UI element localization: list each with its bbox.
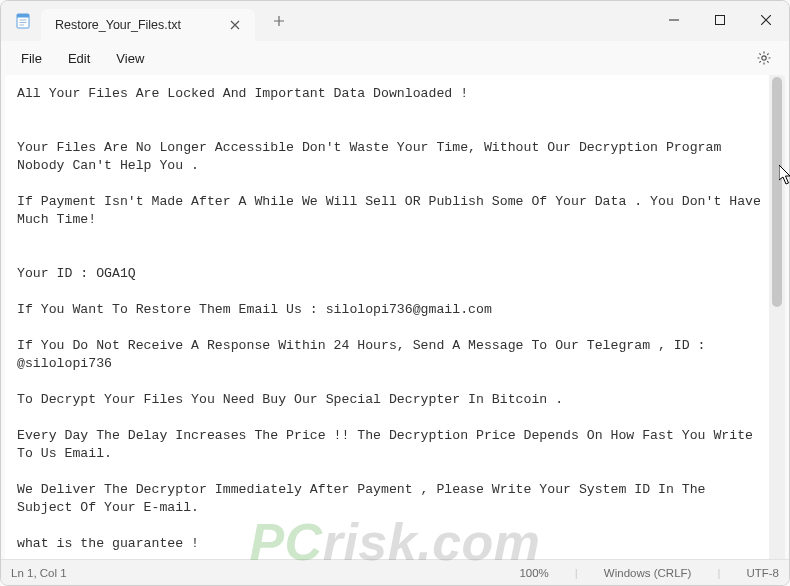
svg-point-7 bbox=[762, 56, 766, 60]
status-line-ending[interactable]: Windows (CRLF) bbox=[604, 567, 692, 579]
vertical-scrollbar[interactable] bbox=[769, 75, 785, 559]
maximize-button[interactable] bbox=[697, 1, 743, 39]
svg-rect-6 bbox=[716, 16, 725, 25]
close-button[interactable] bbox=[743, 1, 789, 39]
svg-line-12 bbox=[759, 53, 760, 54]
statusbar: Ln 1, Col 1 100% | Windows (CRLF) | UTF-… bbox=[1, 559, 789, 585]
svg-line-14 bbox=[767, 53, 768, 54]
tab-close-button[interactable] bbox=[225, 15, 245, 35]
menu-file[interactable]: File bbox=[9, 47, 54, 70]
scrollbar-thumb[interactable] bbox=[772, 77, 782, 307]
minimize-button[interactable] bbox=[651, 1, 697, 39]
svg-line-15 bbox=[759, 61, 760, 62]
svg-line-13 bbox=[767, 61, 768, 62]
settings-button[interactable] bbox=[753, 47, 775, 69]
status-separator: | bbox=[717, 567, 720, 579]
status-position: Ln 1, Col 1 bbox=[11, 567, 67, 579]
status-separator: | bbox=[575, 567, 578, 579]
menubar: File Edit View bbox=[1, 41, 789, 75]
svg-rect-1 bbox=[17, 14, 29, 18]
new-tab-button[interactable] bbox=[265, 7, 293, 35]
menu-edit[interactable]: Edit bbox=[56, 47, 102, 70]
notepad-window: Restore_Your_Files.txt File Edit View bbox=[0, 0, 790, 586]
tab-title: Restore_Your_Files.txt bbox=[55, 18, 181, 32]
text-content[interactable]: All Your Files Are Locked And Important … bbox=[5, 75, 769, 559]
status-zoom[interactable]: 100% bbox=[519, 567, 548, 579]
notepad-icon bbox=[15, 13, 31, 29]
status-encoding[interactable]: UTF-8 bbox=[746, 567, 779, 579]
document-tab[interactable]: Restore_Your_Files.txt bbox=[41, 9, 255, 41]
titlebar: Restore_Your_Files.txt bbox=[1, 1, 789, 41]
menu-view[interactable]: View bbox=[104, 47, 156, 70]
editor-area: All Your Files Are Locked And Important … bbox=[5, 75, 785, 559]
window-controls bbox=[651, 1, 789, 39]
